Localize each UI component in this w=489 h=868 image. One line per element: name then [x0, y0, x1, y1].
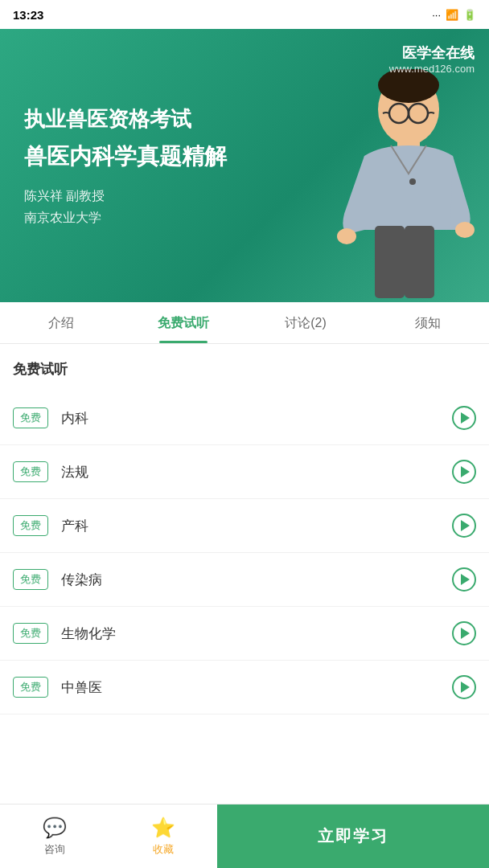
hero-banner: 执业兽医资格考试 兽医内科学真题精解 陈兴祥 副教授 南京农业大学 医学全在线 …: [0, 29, 489, 302]
play-triangle-1: [461, 412, 470, 424]
play-button-2[interactable]: [452, 460, 476, 484]
consult-button[interactable]: 💬 咨询: [0, 805, 109, 868]
course-name-1: 内科: [61, 409, 452, 428]
battery-icon: 🔋: [463, 9, 476, 21]
play-button-6[interactable]: [452, 675, 476, 699]
course-name-6: 中兽医: [61, 678, 452, 697]
hero-school: 南京农业大学: [24, 210, 465, 227]
free-badge-1: 免费: [13, 407, 48, 428]
tab-discuss[interactable]: 讨论(2): [244, 302, 367, 343]
course-name-4: 传染病: [61, 571, 452, 589]
play-triangle-4: [461, 574, 470, 585]
play-triangle-2: [461, 466, 470, 477]
course-item[interactable]: 免费 内科: [0, 391, 489, 445]
free-badge-4: 免费: [13, 569, 48, 590]
watermark-title: 医学全在线: [389, 43, 475, 63]
tab-notice[interactable]: 须知: [367, 302, 489, 343]
tab-intro[interactable]: 介绍: [0, 302, 122, 343]
bottom-bar: 💬 咨询 ⭐ 收藏 立即学习: [0, 804, 489, 868]
content-section: 免费试听: [0, 344, 489, 379]
course-name-3: 产科: [61, 517, 452, 535]
play-triangle-6: [461, 682, 470, 693]
favorite-label: 收藏: [153, 842, 174, 857]
free-badge-5: 免费: [13, 623, 48, 644]
bottom-left-actions: 💬 咨询 ⭐ 收藏: [0, 805, 217, 868]
free-badge-6: 免费: [13, 677, 48, 698]
start-learning-label: 立即学习: [318, 825, 388, 847]
tab-trial[interactable]: 免费试听: [122, 302, 244, 343]
start-learning-button[interactable]: 立即学习: [217, 805, 489, 868]
free-badge-2: 免费: [13, 461, 48, 482]
hero-text: 执业兽医资格考试 兽医内科学真题精解 陈兴祥 副教授 南京农业大学: [0, 72, 489, 259]
course-name-2: 法规: [61, 463, 452, 481]
hero-watermark: 医学全在线 www.med126.com: [389, 43, 475, 75]
play-triangle-3: [461, 520, 470, 531]
favorite-button[interactable]: ⭐ 收藏: [109, 805, 217, 868]
play-button-4[interactable]: [452, 567, 476, 592]
watermark-url: www.med126.com: [389, 63, 475, 75]
course-item[interactable]: 免费 产科: [0, 499, 489, 553]
tabs-bar: 介绍 免费试听 讨论(2) 须知: [0, 302, 489, 344]
course-item[interactable]: 免费 传染病: [0, 553, 489, 607]
consult-label: 咨询: [44, 842, 65, 857]
course-list: 免费 内科 免费 法规 免费 产科 免费 传染病 免费 生物化学 免费: [0, 391, 489, 714]
course-item[interactable]: 免费 中兽医: [0, 661, 489, 714]
consult-icon: 💬: [43, 817, 67, 839]
hero-author: 陈兴祥 副教授: [24, 188, 465, 205]
play-button-5[interactable]: [452, 621, 476, 645]
section-title: 免费试听: [13, 360, 476, 379]
status-bar: 13:23 ··· 📶 🔋: [0, 0, 489, 29]
play-button-1[interactable]: [452, 406, 476, 430]
status-icons: ··· 📶 🔋: [432, 9, 476, 21]
hero-title2: 兽医内科学真题精解: [24, 141, 465, 172]
play-button-3[interactable]: [452, 514, 476, 538]
status-time: 13:23: [13, 8, 43, 22]
course-item[interactable]: 免费 生物化学: [0, 607, 489, 661]
wifi-icon: 📶: [446, 9, 458, 21]
course-item[interactable]: 免费 法规: [0, 445, 489, 499]
free-badge-3: 免费: [13, 515, 48, 536]
hero-title1: 执业兽医资格考试: [24, 104, 465, 133]
course-name-5: 生物化学: [61, 624, 452, 643]
favorite-icon: ⭐: [151, 817, 175, 839]
play-triangle-5: [461, 628, 470, 639]
signal-icon: ···: [432, 9, 441, 21]
